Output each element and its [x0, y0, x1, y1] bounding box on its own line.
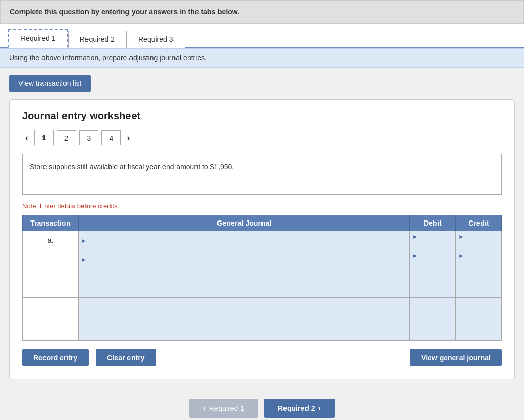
description-box: Store supplies still available at fiscal… — [22, 154, 502, 195]
general-journal-cell[interactable] — [79, 283, 410, 298]
action-buttons: Record entry Clear entry View general jo… — [22, 349, 502, 366]
general-journal-cell[interactable] — [79, 326, 410, 341]
general-journal-cell[interactable] — [79, 298, 410, 312]
next-chevron-icon: › — [318, 404, 320, 413]
table-row — [23, 283, 502, 298]
entry-tab-3[interactable]: 3 — [79, 130, 99, 145]
general-journal-input[interactable] — [81, 330, 375, 338]
tabs-row: Required 1 Required 2 Required 3 — [0, 24, 524, 48]
tab-required2[interactable]: Required 2 — [68, 31, 127, 48]
cell-arrow-icon: ► — [81, 256, 87, 263]
debit-cell[interactable]: ► — [410, 231, 456, 250]
credit-cell[interactable] — [456, 298, 502, 312]
debit-cell[interactable]: ► — [410, 250, 456, 269]
credit-input[interactable] — [458, 260, 495, 268]
next-nav-label: Required 2 — [278, 404, 315, 412]
entry-tab-2[interactable]: 2 — [57, 130, 76, 145]
general-journal-input[interactable] — [91, 256, 384, 263]
next-entry-arrow[interactable]: › — [124, 131, 133, 144]
journal-table: Transaction General Journal Debit Credit… — [22, 215, 502, 341]
table-row: ► ► ► — [23, 250, 502, 269]
credit-cell[interactable]: ► — [456, 231, 502, 250]
debit-input[interactable] — [412, 287, 449, 295]
transaction-cell — [23, 269, 79, 283]
prev-entry-arrow[interactable]: ‹ — [22, 131, 31, 144]
general-journal-input[interactable] — [81, 273, 375, 280]
transaction-cell — [23, 326, 79, 341]
general-journal-input[interactable] — [81, 301, 375, 309]
debit-header: Debit — [410, 215, 456, 231]
prev-nav-button[interactable]: ‹ Required 1 — [189, 399, 258, 418]
table-row — [23, 326, 502, 341]
record-entry-button[interactable]: Record entry — [22, 349, 89, 366]
transaction-cell — [23, 312, 79, 326]
credit-cell[interactable] — [456, 312, 502, 326]
transaction-cell — [23, 283, 79, 298]
general-journal-cell[interactable] — [79, 269, 410, 283]
debit-input[interactable] — [412, 260, 449, 268]
tab-required3[interactable]: Required 3 — [126, 31, 185, 48]
credit-input[interactable] — [458, 287, 495, 295]
description-text: Store supplies still available at fiscal… — [30, 163, 234, 171]
debit-input[interactable] — [412, 273, 449, 280]
debit-cell[interactable] — [410, 326, 456, 341]
cell-arrow-icon: ► — [412, 233, 418, 240]
header-banner: Complete this question by entering your … — [0, 0, 524, 24]
transaction-cell — [23, 250, 79, 269]
instruction-text: Using the above information, prepare adj… — [9, 54, 207, 62]
clear-entry-button[interactable]: Clear entry — [96, 349, 156, 366]
header-text: Complete this question by entering your … — [10, 8, 239, 16]
worksheet-title: Journal entry worksheet — [22, 110, 502, 122]
instruction-bar: Using the above information, prepare adj… — [0, 48, 524, 68]
entry-navigation: ‹ 1 2 3 4 › — [22, 130, 502, 146]
cell-arrow-icon: ► — [458, 233, 464, 240]
cell-arrow-icon: ► — [458, 252, 464, 259]
view-general-journal-button[interactable]: View general journal — [410, 349, 502, 366]
credit-input[interactable] — [458, 273, 495, 280]
general-journal-cell[interactable]: ► — [79, 231, 410, 250]
credit-input[interactable] — [458, 241, 495, 249]
general-journal-cell[interactable]: ► — [79, 250, 410, 269]
general-journal-header: General Journal — [79, 215, 410, 231]
credit-cell[interactable] — [456, 283, 502, 298]
credit-input[interactable] — [458, 301, 495, 309]
debit-cell[interactable] — [410, 269, 456, 283]
credit-header: Credit — [456, 215, 502, 231]
entry-tab-4[interactable]: 4 — [101, 130, 121, 145]
credit-cell[interactable] — [456, 269, 502, 283]
prev-chevron-icon: ‹ — [203, 404, 206, 413]
debit-input[interactable] — [412, 330, 449, 338]
table-row — [23, 312, 502, 326]
transaction-cell: a. — [23, 231, 79, 250]
cell-arrow-icon: ► — [81, 237, 87, 245]
cell-arrow-icon: ► — [412, 252, 418, 259]
table-row — [23, 298, 502, 312]
table-row: a. ► ► ► — [23, 231, 502, 250]
transaction-cell — [23, 298, 79, 312]
debit-input[interactable] — [412, 301, 449, 309]
general-journal-input[interactable] — [91, 237, 384, 245]
entry-tab-1[interactable]: 1 — [34, 130, 54, 146]
transaction-header: Transaction — [23, 215, 79, 231]
general-journal-input[interactable] — [81, 316, 375, 323]
bottom-navigation: ‹ Required 1 Required 2 › — [0, 388, 524, 420]
debit-input[interactable] — [412, 241, 449, 249]
prev-nav-label: Required 1 — [209, 404, 245, 412]
tab-required1[interactable]: Required 1 — [8, 29, 68, 48]
general-journal-cell[interactable] — [79, 312, 410, 326]
debit-cell[interactable] — [410, 298, 456, 312]
next-nav-button[interactable]: Required 2 › — [264, 399, 335, 418]
table-row — [23, 269, 502, 283]
credit-cell[interactable]: ► — [456, 250, 502, 269]
debit-input[interactable] — [412, 316, 449, 323]
credit-input[interactable] — [458, 316, 495, 323]
worksheet-card: Journal entry worksheet ‹ 1 2 3 4 › Stor… — [9, 99, 515, 379]
general-journal-input[interactable] — [81, 287, 375, 295]
note-text: Note: Enter debits before credits. — [22, 202, 502, 210]
credit-input[interactable] — [458, 330, 495, 338]
debit-cell[interactable] — [410, 283, 456, 298]
credit-cell[interactable] — [456, 326, 502, 341]
debit-cell[interactable] — [410, 312, 456, 326]
view-transaction-button[interactable]: View transaction list — [9, 75, 91, 92]
